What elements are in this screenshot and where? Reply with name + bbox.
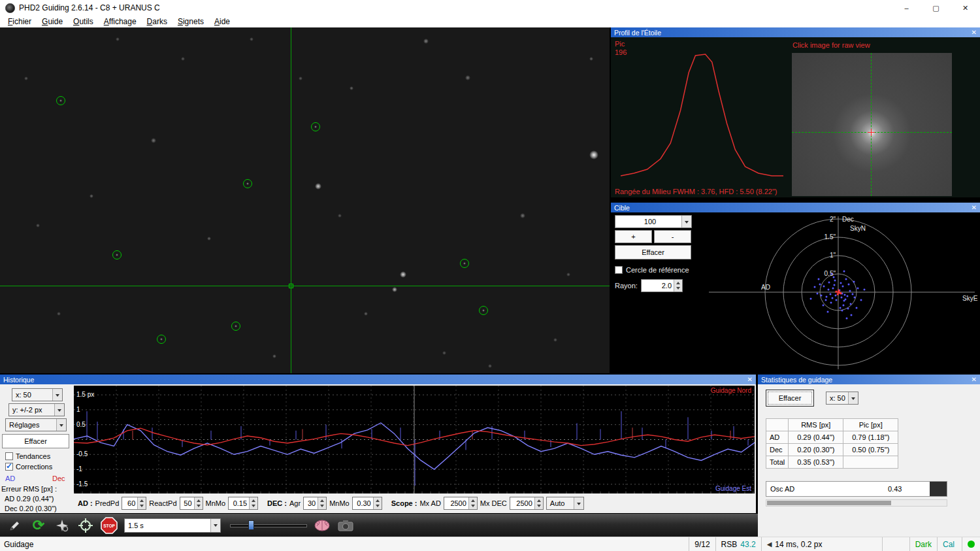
stepper-down-icon[interactable] — [374, 503, 382, 509]
star-closeup-image[interactable] — [792, 53, 952, 196]
close-button[interactable]: ✕ — [951, 0, 980, 16]
target-clear-button[interactable]: Effacer — [615, 245, 691, 259]
star — [589, 57, 593, 61]
trend-checkbox[interactable] — [5, 452, 13, 460]
stepper-arrows[interactable] — [534, 497, 543, 509]
chevron-down-icon[interactable] — [848, 392, 858, 404]
stepper-up-icon[interactable] — [195, 497, 203, 503]
target-dot — [814, 286, 816, 288]
menu-affichage[interactable]: Affichage — [99, 17, 142, 26]
menu-aide[interactable]: Aide — [209, 17, 235, 26]
chevron-down-icon[interactable] — [681, 216, 691, 227]
star-profile-close-icon[interactable]: ✕ — [972, 29, 977, 36]
radius-value: 2.0 — [642, 280, 674, 292]
target-dot — [832, 288, 834, 290]
menu-guide[interactable]: Guide — [37, 17, 68, 26]
radius-stepper[interactable]: 2.0 — [641, 279, 683, 292]
stats-close-icon[interactable]: ✕ — [972, 376, 977, 383]
predpd-stepper[interactable]: 60 — [122, 497, 146, 510]
dec-mnmo-stepper[interactable]: 0.30 — [352, 497, 382, 510]
auto-select-star-button[interactable] — [54, 517, 71, 534]
loop-exposures-button[interactable]: ⟳ — [30, 517, 47, 534]
history-title: Historique — [3, 376, 34, 384]
stepper-up-icon[interactable] — [469, 497, 477, 503]
stretch-slider[interactable] — [230, 520, 307, 531]
maximize-button[interactable]: ▢ — [921, 0, 951, 16]
osc-scrollbar[interactable] — [766, 499, 947, 507]
history-close-icon[interactable]: ✕ — [747, 376, 753, 383]
mxdec-stepper[interactable]: 2500 — [510, 497, 544, 510]
menu-signets[interactable]: Signets — [172, 17, 209, 26]
star-profile-curve — [621, 54, 783, 176]
stepper-arrows[interactable] — [674, 280, 682, 292]
reactpd-stepper[interactable]: 50 — [180, 497, 203, 510]
advanced-settings-button[interactable] — [314, 517, 331, 534]
chevron-down-icon[interactable] — [210, 519, 220, 532]
stepper-down-icon[interactable] — [138, 503, 146, 509]
osc-list[interactable]: Osc AD 0.43 — [766, 481, 947, 497]
menu-darks[interactable]: Darks — [142, 17, 172, 26]
stepper-down-icon[interactable] — [195, 503, 203, 509]
stats-xscale-combo[interactable]: x: 50 — [826, 392, 858, 405]
camera-settings-button[interactable] — [337, 517, 354, 534]
stepper-arrows[interactable] — [318, 497, 326, 509]
chevron-down-icon[interactable] — [574, 497, 583, 509]
stepper-down-icon[interactable] — [250, 503, 257, 509]
target-zoom-combo[interactable]: 100 — [615, 215, 692, 228]
main-image[interactable] — [0, 27, 610, 373]
stepper-arrows[interactable] — [373, 497, 382, 509]
exposure-combo[interactable]: 1.5 s — [124, 518, 221, 533]
stepper-down-icon[interactable] — [535, 503, 543, 509]
connect-equipment-button[interactable] — [7, 517, 24, 534]
pulse-direction-icon: ◀ — [767, 541, 772, 548]
minimize-button[interactable]: – — [892, 0, 921, 16]
stepper-down-icon[interactable] — [318, 503, 326, 509]
history-settings-combo[interactable]: Réglages — [5, 418, 67, 431]
stepper-up-icon[interactable] — [374, 497, 382, 503]
stepper-arrows[interactable] — [468, 497, 477, 509]
ra-mnmo-value: 0.15 — [229, 497, 249, 509]
star — [246, 182, 249, 185]
star — [589, 150, 598, 159]
mxad-stepper[interactable]: 2500 — [444, 497, 478, 510]
chevron-down-icon[interactable] — [56, 419, 66, 431]
stepper-arrows[interactable] — [249, 497, 257, 509]
history-clear-button[interactable]: Effacer — [2, 434, 69, 448]
stepper-up-icon[interactable] — [535, 497, 543, 503]
target-close-icon[interactable]: ✕ — [972, 205, 977, 211]
osc-scrollbar-thumb[interactable] — [767, 501, 891, 505]
menu-outils[interactable]: Outils — [68, 17, 99, 26]
history-yscale-combo[interactable]: y: +/-2 px — [8, 403, 65, 416]
reference-circle-checkbox[interactable] — [615, 266, 623, 274]
agr-stepper[interactable]: 30 — [303, 497, 327, 510]
slider-thumb[interactable] — [248, 520, 254, 530]
stats-clear-button[interactable]: Effacer — [766, 390, 814, 407]
stats-cell: Dec — [766, 444, 789, 456]
chevron-down-icon[interactable] — [52, 389, 62, 401]
radius-label: Rayon: — [615, 282, 638, 290]
stepper-down-icon[interactable] — [469, 503, 477, 509]
stepper-down-icon[interactable] — [674, 286, 682, 292]
stepper-up-icon[interactable] — [318, 497, 326, 503]
stepper-up-icon[interactable] — [138, 497, 146, 503]
history-xscale-combo[interactable]: x: 50 — [12, 388, 63, 401]
ra-section-label: AD : — [78, 499, 93, 507]
target-zoom-in-button[interactable]: + — [615, 230, 652, 243]
slider-track — [230, 524, 307, 527]
target-dot — [847, 295, 849, 297]
menu-fichier[interactable]: Fichier — [3, 17, 37, 26]
corrections-checkbox[interactable] — [5, 463, 13, 471]
dec-mode-combo[interactable]: Auto — [546, 497, 584, 510]
target-zoom-out-button[interactable]: - — [654, 230, 691, 243]
ra-mnmo-stepper[interactable]: 0.15 — [228, 497, 258, 510]
loop-icon: ⟳ — [33, 518, 44, 533]
chevron-down-icon[interactable] — [54, 404, 64, 416]
stop-button[interactable]: STOP — [101, 517, 118, 534]
stepper-up-icon[interactable] — [674, 280, 682, 286]
history-yscale-value: y: +/-2 px — [12, 406, 54, 414]
stepper-up-icon[interactable] — [250, 497, 257, 503]
stepper-arrows[interactable] — [194, 497, 203, 509]
history-panel: Historique ✕ x: 50 y: +/-2 px Réglages E… — [0, 375, 756, 513]
stepper-arrows[interactable] — [137, 497, 146, 509]
guide-button[interactable] — [77, 517, 94, 534]
